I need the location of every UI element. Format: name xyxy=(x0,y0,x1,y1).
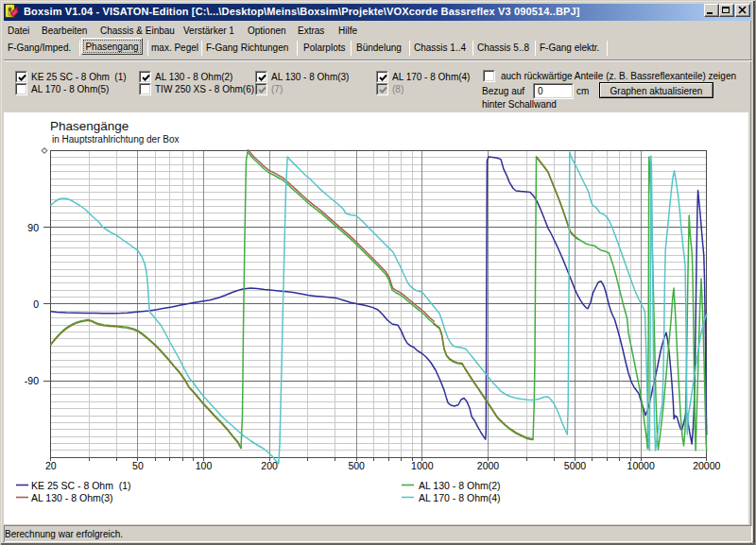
svg-text:AL 130 - 8 Ohm(3): AL 130 - 8 Ohm(3) xyxy=(31,492,113,503)
svg-text:500: 500 xyxy=(348,460,365,471)
svg-text:90: 90 xyxy=(27,222,39,233)
svg-text:200: 200 xyxy=(261,460,278,471)
svg-text:100: 100 xyxy=(196,460,213,471)
svg-text:5000: 5000 xyxy=(564,460,587,471)
svg-text:AL 170 - 8 Ohm(4): AL 170 - 8 Ohm(4) xyxy=(419,492,501,503)
svg-text:10000: 10000 xyxy=(627,460,655,471)
svg-text:AL 130 - 8 Ohm(2): AL 130 - 8 Ohm(2) xyxy=(419,480,501,491)
svg-text:1000: 1000 xyxy=(411,460,434,471)
svg-text:0: 0 xyxy=(33,298,39,310)
svg-text:-90: -90 xyxy=(25,375,39,386)
svg-text:50: 50 xyxy=(132,460,144,471)
svg-text:20: 20 xyxy=(45,460,57,471)
svg-text:2000: 2000 xyxy=(477,460,500,471)
svg-text:20000: 20000 xyxy=(693,460,720,471)
svg-text:KE 25 SC - 8 Ohm (1): KE 25 SC - 8 Ohm (1) xyxy=(31,480,131,491)
